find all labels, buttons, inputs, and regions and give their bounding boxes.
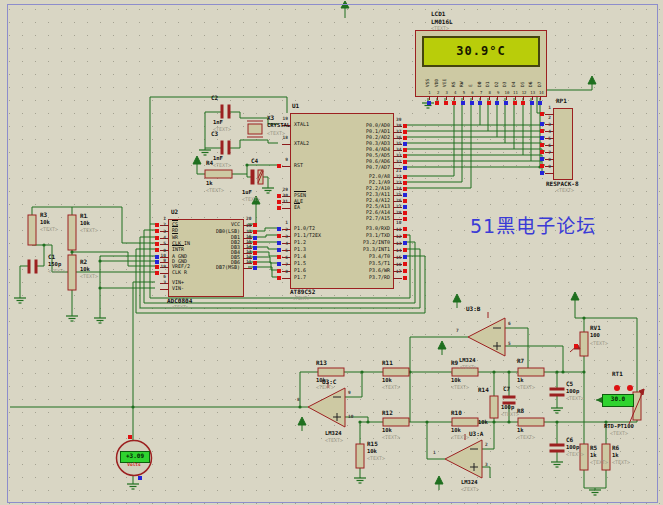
pin-stub	[282, 208, 291, 209]
pin-name: D4	[512, 67, 519, 87]
r2-ref: R2	[80, 259, 87, 265]
rt1-increase-button[interactable]	[614, 385, 620, 391]
pin-name: P1.4	[294, 254, 306, 259]
pin-number: 9	[273, 158, 288, 163]
forum-watermark: 51黑电子论坛	[470, 211, 596, 238]
r7-text-placeholder: <TEXT>	[517, 385, 535, 390]
pin-number: 20	[246, 217, 261, 222]
pin-number: 23	[396, 181, 411, 186]
pin-state-high	[155, 271, 159, 275]
pin-name: P3.2/INT0	[363, 240, 390, 245]
pin-name: XTAL2	[294, 141, 309, 146]
r15-text-placeholder: <TEXT>	[367, 456, 385, 461]
pin-number: 34	[396, 148, 411, 153]
r11-text-placeholder: <TEXT>	[382, 385, 400, 390]
pin-name: P1.5	[294, 261, 306, 266]
pin-number: 19	[151, 265, 166, 270]
r5-text-placeholder: <TEXT>	[590, 460, 608, 465]
lcd-display-lm016l[interactable]: 30.9°C VSS1VDD2VEE3RS4RW5E6D07D18D29D310…	[415, 30, 547, 97]
pin-number: 35	[396, 142, 411, 147]
u3c-text-placeholder: <TEXT>	[325, 438, 343, 443]
pin-number: 8	[273, 270, 288, 275]
pin-stub	[429, 96, 430, 100]
pin-state-high	[521, 101, 525, 105]
r11-value: 10k	[382, 378, 392, 384]
pin-number: 6	[273, 256, 288, 261]
c1-text-placeholder: <TEXT>	[48, 269, 66, 274]
resistor-r8	[518, 418, 544, 426]
r9-text-placeholder: <TEXT>	[451, 385, 469, 390]
r15-ref: R15	[367, 441, 378, 447]
pin-number: 21	[396, 169, 411, 174]
r8-text-placeholder: <TEXT>	[517, 435, 535, 440]
c1-ref: C1	[48, 254, 55, 260]
resistor-r6	[602, 444, 610, 470]
r9-value: 10k	[451, 378, 461, 384]
schematic-canvas[interactable]: 30.9°C VSS1VDD2VEE3RS4RW5E6D07D18D29D310…	[0, 0, 663, 505]
pin-number: 7	[273, 263, 288, 268]
pin-name: P0.7/AD7	[366, 165, 390, 170]
c4-value: 1uF	[242, 190, 252, 196]
pin-number: 27	[396, 205, 411, 210]
pin-number: 4	[273, 242, 288, 247]
pin-name: D6	[529, 67, 536, 87]
rt1-text-placeholder: <TEXT>	[610, 431, 628, 436]
r12-text-placeholder: <TEXT>	[382, 435, 400, 440]
u3c-pin-minus: 9	[348, 391, 351, 396]
rv1-value: 100	[590, 333, 600, 339]
pin-number: 38	[396, 124, 411, 129]
pin-state-low	[504, 101, 508, 105]
capacitor-c5	[550, 388, 564, 396]
r14-value: 10k	[478, 420, 488, 426]
pin-state-low	[478, 101, 482, 105]
resistor-r2	[68, 255, 76, 290]
pin-number: 14	[396, 249, 411, 254]
pin-number: 11	[396, 228, 411, 233]
r5-value: 1k	[590, 453, 597, 459]
pin-stub	[480, 96, 481, 100]
capacitor-c6	[550, 444, 564, 452]
pin-name: VCC	[231, 222, 240, 227]
pin-name: RST	[294, 163, 303, 168]
pin-number: 17	[396, 270, 411, 275]
pin-stub	[282, 278, 291, 279]
r3-text-placeholder: <TEXT>	[40, 227, 58, 232]
pin-stub	[532, 96, 533, 100]
u3a-ref: U3:A	[469, 431, 483, 437]
pin-number: 6	[151, 275, 166, 280]
c6-text-placeholder: <TEXT>	[566, 452, 584, 457]
pin-state-low	[538, 101, 542, 105]
r13-text-placeholder: <TEXT>	[316, 385, 334, 390]
u2-text-placeholder: <TEXT>	[171, 305, 189, 310]
r13-value: 10k	[316, 378, 326, 384]
rv1-text-placeholder: <TEXT>	[590, 341, 608, 346]
c6-value: 100p	[566, 445, 579, 451]
pin-state-high	[277, 276, 281, 280]
pin-number: 26	[396, 199, 411, 204]
u3b-pin-out: 7	[456, 329, 459, 334]
pin-stub	[497, 96, 498, 100]
rt1-decrease-button[interactable]	[627, 385, 633, 391]
pin-stub	[160, 289, 169, 290]
lcd-text-placeholder: <TEXT>	[431, 26, 449, 31]
pin-name: P1.3	[294, 247, 306, 252]
mcu-u1-at89c52[interactable]: XTAL119XTAL218RST9PSEN29ALE30EA31P1.0/T2…	[290, 113, 394, 289]
pin-number: 12	[396, 235, 411, 240]
pin-state-high	[487, 101, 491, 105]
u3a-text-placeholder: <TEXT>	[461, 487, 479, 492]
u3a-pin-plus: 3	[485, 463, 488, 468]
pin-name: RD	[172, 228, 178, 233]
pin-name: P3.3/INT1	[363, 247, 390, 252]
capacitor-c7	[503, 396, 515, 404]
pin-name: P3.6/WR	[369, 268, 390, 273]
pin-number: 6	[536, 144, 551, 149]
resistor-pack-rp1[interactable]: 123456789	[553, 108, 573, 180]
lcd-ref: LCD1	[431, 11, 445, 17]
pin-stub	[515, 96, 516, 100]
pin-name: VEE	[443, 67, 450, 87]
c1-value: 150p	[48, 262, 61, 268]
r3-ref: R3	[40, 212, 47, 218]
pin-number: 39	[396, 118, 411, 123]
c2-ref: C2	[211, 95, 218, 101]
adc-u2-adc0804[interactable]: CS1RD2WR3CLK IN4INTR5A GND8D GND10VREF/2…	[168, 219, 244, 297]
